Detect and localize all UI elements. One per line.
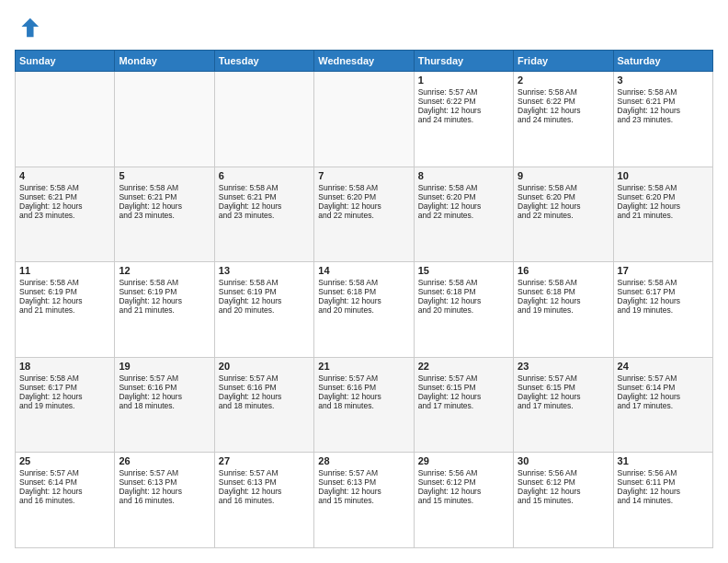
calendar-header-friday: Friday	[514, 51, 613, 72]
day-info: Sunset: 6:14 PM	[618, 383, 709, 392]
day-number: 7	[318, 170, 409, 181]
day-info: and 21 minutes.	[618, 211, 709, 220]
day-info: Sunrise: 5:57 AM	[119, 468, 210, 477]
day-info: Sunrise: 5:57 AM	[318, 468, 409, 477]
day-info: Sunrise: 5:57 AM	[119, 373, 210, 383]
day-info: Sunset: 6:22 PM	[418, 97, 509, 106]
calendar-cell	[16, 72, 115, 167]
calendar-cell: 28Sunrise: 5:57 AMSunset: 6:13 PMDayligh…	[314, 453, 414, 548]
day-info: Sunrise: 5:58 AM	[518, 183, 609, 192]
day-info: Daylight: 12 hours	[19, 487, 110, 496]
day-info: Sunset: 6:16 PM	[318, 383, 409, 392]
calendar-cell: 15Sunrise: 5:58 AMSunset: 6:18 PMDayligh…	[414, 262, 513, 358]
day-info: and 16 minutes.	[219, 496, 310, 505]
day-info: Daylight: 12 hours	[219, 201, 310, 211]
calendar-cell: 23Sunrise: 5:57 AMSunset: 6:15 PMDayligh…	[514, 357, 613, 453]
day-info: Sunrise: 5:58 AM	[618, 183, 709, 192]
day-info: Sunrise: 5:58 AM	[19, 278, 110, 287]
day-info: Sunrise: 5:57 AM	[518, 373, 609, 383]
day-info: Daylight: 12 hours	[19, 201, 110, 211]
day-info: Daylight: 12 hours	[119, 392, 210, 401]
calendar-week-1: 1Sunrise: 5:57 AMSunset: 6:22 PMDaylight…	[16, 72, 713, 167]
day-info: and 17 minutes.	[618, 401, 709, 410]
day-info: Sunrise: 5:58 AM	[618, 278, 709, 287]
calendar-cell	[314, 72, 414, 167]
day-info: Daylight: 12 hours	[518, 392, 609, 401]
day-info: Daylight: 12 hours	[219, 392, 310, 401]
day-number: 2	[518, 75, 609, 86]
calendar-cell: 27Sunrise: 5:57 AMSunset: 6:13 PMDayligh…	[214, 453, 313, 548]
calendar-header-row: SundayMondayTuesdayWednesdayThursdayFrid…	[16, 51, 713, 72]
svg-marker-0	[21, 18, 39, 38]
day-info: Sunrise: 5:58 AM	[318, 183, 409, 192]
calendar-week-2: 4Sunrise: 5:58 AMSunset: 6:21 PMDaylight…	[16, 167, 713, 262]
day-number: 4	[19, 170, 110, 181]
logo	[15, 15, 44, 40]
day-info: and 23 minutes.	[618, 115, 709, 124]
day-number: 5	[119, 170, 210, 181]
day-number: 8	[418, 170, 509, 181]
day-info: Sunrise: 5:58 AM	[119, 183, 210, 192]
day-info: Sunset: 6:13 PM	[219, 477, 310, 487]
calendar-cell: 31Sunrise: 5:56 AMSunset: 6:11 PMDayligh…	[613, 453, 712, 548]
day-number: 29	[418, 455, 509, 466]
day-info: and 22 minutes.	[418, 211, 509, 220]
day-info: Sunset: 6:17 PM	[19, 383, 110, 392]
day-info: Daylight: 12 hours	[119, 296, 210, 305]
day-info: Sunrise: 5:56 AM	[418, 468, 509, 477]
day-number: 12	[119, 265, 210, 276]
day-info: and 15 minutes.	[318, 496, 409, 505]
header	[15, 15, 713, 40]
day-info: Daylight: 12 hours	[518, 487, 609, 496]
day-info: and 16 minutes.	[19, 496, 110, 505]
calendar-cell: 17Sunrise: 5:58 AMSunset: 6:17 PMDayligh…	[613, 262, 712, 358]
day-info: and 14 minutes.	[618, 496, 709, 505]
day-number: 25	[19, 455, 110, 466]
day-number: 17	[618, 265, 709, 276]
calendar-cell: 9Sunrise: 5:58 AMSunset: 6:20 PMDaylight…	[514, 167, 613, 262]
day-info: Sunrise: 5:57 AM	[618, 373, 709, 383]
day-info: and 18 minutes.	[119, 401, 210, 410]
calendar-header-sunday: Sunday	[16, 51, 115, 72]
day-info: Sunset: 6:20 PM	[418, 192, 509, 201]
day-info: and 15 minutes.	[418, 496, 509, 505]
day-info: Sunrise: 5:57 AM	[418, 87, 509, 97]
day-number: 21	[318, 361, 409, 372]
calendar-cell: 16Sunrise: 5:58 AMSunset: 6:18 PMDayligh…	[514, 262, 613, 358]
calendar-cell: 3Sunrise: 5:58 AMSunset: 6:21 PMDaylight…	[613, 72, 712, 167]
day-number: 28	[318, 455, 409, 466]
day-info: and 22 minutes.	[518, 211, 609, 220]
day-info: Daylight: 12 hours	[618, 106, 709, 115]
calendar-cell: 10Sunrise: 5:58 AMSunset: 6:20 PMDayligh…	[613, 167, 712, 262]
calendar-cell: 7Sunrise: 5:58 AMSunset: 6:20 PMDaylight…	[314, 167, 414, 262]
day-info: Sunrise: 5:58 AM	[518, 87, 609, 97]
calendar-cell: 14Sunrise: 5:58 AMSunset: 6:18 PMDayligh…	[314, 262, 414, 358]
day-info: Sunset: 6:13 PM	[318, 477, 409, 487]
day-number: 10	[618, 170, 709, 181]
day-info: and 19 minutes.	[518, 305, 609, 315]
day-info: Daylight: 12 hours	[418, 296, 509, 305]
day-number: 26	[119, 455, 210, 466]
day-info: Daylight: 12 hours	[219, 296, 310, 305]
day-info: Sunset: 6:21 PM	[119, 192, 210, 201]
calendar-cell	[214, 72, 313, 167]
calendar-cell: 6Sunrise: 5:58 AMSunset: 6:21 PMDaylight…	[214, 167, 313, 262]
day-number: 9	[518, 170, 609, 181]
day-info: Sunset: 6:18 PM	[518, 287, 609, 296]
day-info: Sunset: 6:11 PM	[618, 477, 709, 487]
calendar-cell: 26Sunrise: 5:57 AMSunset: 6:13 PMDayligh…	[115, 453, 214, 548]
day-info: and 23 minutes.	[219, 211, 310, 220]
day-info: Sunrise: 5:58 AM	[418, 183, 509, 192]
day-number: 24	[618, 361, 709, 372]
day-info: and 18 minutes.	[318, 401, 409, 410]
day-info: Sunset: 6:18 PM	[318, 287, 409, 296]
calendar-cell: 20Sunrise: 5:57 AMSunset: 6:16 PMDayligh…	[214, 357, 313, 453]
day-info: Sunrise: 5:58 AM	[119, 278, 210, 287]
day-info: Daylight: 12 hours	[518, 296, 609, 305]
day-info: Sunset: 6:13 PM	[119, 477, 210, 487]
day-info: Sunrise: 5:57 AM	[418, 373, 509, 383]
calendar-table: SundayMondayTuesdayWednesdayThursdayFrid…	[15, 50, 713, 548]
day-info: Daylight: 12 hours	[518, 106, 609, 115]
day-info: Sunset: 6:15 PM	[518, 383, 609, 392]
calendar-cell: 4Sunrise: 5:58 AMSunset: 6:21 PMDaylight…	[16, 167, 115, 262]
